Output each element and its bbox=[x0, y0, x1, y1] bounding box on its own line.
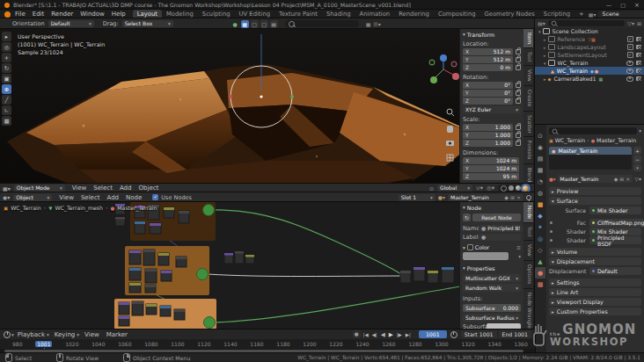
settings-panel-header[interactable]: ▸Settings bbox=[549, 279, 641, 286]
material-browse-icon[interactable]: ●▾ bbox=[438, 194, 445, 200]
node-cluster-mid[interactable] bbox=[224, 251, 254, 264]
output-properties-tab[interactable]: ▤ bbox=[535, 153, 545, 164]
exclude-checkbox[interactable]: ✓ bbox=[627, 44, 633, 50]
current-frame-badge[interactable]: 1001 bbox=[35, 341, 52, 347]
scale-tool[interactable]: ▣ bbox=[2, 74, 11, 83]
fac-field[interactable]: CliffHeatMap.png bbox=[589, 219, 644, 227]
subsurface-color-field[interactable] bbox=[487, 323, 521, 329]
material-slot-row[interactable]: ● Master_Terrain bbox=[549, 147, 632, 155]
orientation-dropdown-global[interactable]: Global▾ bbox=[437, 185, 472, 192]
maximize-button[interactable]: □ bbox=[616, 2, 630, 9]
close-button[interactable]: × bbox=[630, 2, 644, 9]
camera-view-icon[interactable] bbox=[446, 141, 454, 146]
current-frame-field[interactable]: 1001 bbox=[419, 330, 447, 338]
hide-in-viewport-icon[interactable] bbox=[626, 61, 633, 66]
sidebar-tab-foresta[interactable]: Foresta bbox=[523, 137, 533, 163]
subsurface-slider[interactable]: Subsurface0.000 bbox=[463, 304, 521, 312]
drag-dropdown[interactable]: Select Box▾ bbox=[122, 20, 173, 27]
unlink-material-icon[interactable]: × bbox=[626, 176, 630, 183]
reset-node-button[interactable]: Reset Node bbox=[472, 214, 521, 221]
menu-file[interactable]: File bbox=[15, 11, 26, 18]
workspace-tab-rendering[interactable]: Rendering bbox=[394, 10, 434, 18]
material-shading-icon[interactable] bbox=[516, 185, 521, 191]
lock-icon[interactable] bbox=[516, 133, 521, 138]
expand-icon[interactable]: ▸ bbox=[544, 37, 546, 42]
unlink-material-icon[interactable]: × bbox=[516, 194, 521, 201]
add-slot-button[interactable]: + bbox=[633, 147, 641, 155]
sss-method-dropdown[interactable]: Random Walk▾ bbox=[463, 284, 521, 292]
outliner-row-reference[interactable]: ▸ Reference ▽▦ ✓ bbox=[535, 35, 644, 43]
menu-edit[interactable]: Edit bbox=[33, 11, 45, 18]
outliner-row-settlementlayout[interactable]: ▸ SettlementLayout ✓ bbox=[535, 51, 644, 59]
properties-search-input[interactable] bbox=[549, 127, 637, 134]
subsurface-radius-dropdown[interactable]: Subsurface Radius▾ bbox=[463, 314, 521, 322]
properties-panel-header[interactable]: Properties bbox=[467, 265, 495, 272]
disable-in-render-icon[interactable] bbox=[636, 61, 641, 65]
mode-icon-3[interactable]: ▢ bbox=[251, 20, 259, 28]
scrollbar-thumb[interactable] bbox=[4, 350, 523, 352]
remove-slot-button[interactable]: − bbox=[633, 156, 641, 163]
hide-in-viewport-icon[interactable] bbox=[626, 69, 633, 74]
distribution-dropdown[interactable]: Multiscatter GGX▾ bbox=[463, 274, 521, 282]
world-properties-tab[interactable]: ◍ bbox=[535, 187, 545, 199]
sidebar-tab-item[interactable]: Item bbox=[523, 29, 533, 48]
sidebar-tab-tool[interactable]: Tool bbox=[523, 48, 533, 66]
lock-icon[interactable] bbox=[516, 141, 521, 146]
marker-menu[interactable]: Marker bbox=[106, 331, 128, 338]
node-label-field[interactable]: ● bbox=[479, 234, 521, 241]
workspace-tab-layout[interactable]: Layout bbox=[133, 10, 162, 18]
menu-help[interactable]: Help bbox=[112, 11, 126, 18]
shader-tab-node[interactable]: Node bbox=[523, 202, 533, 223]
displacement-field[interactable]: Default bbox=[589, 267, 641, 275]
data-properties-tab[interactable]: ▲ bbox=[535, 256, 545, 267]
dimensions-z-field[interactable]: Z95 m bbox=[463, 173, 519, 180]
workspace-tab-animation[interactable]: Animation bbox=[355, 10, 395, 18]
menu-render[interactable]: Render bbox=[51, 11, 73, 18]
refresh-icon[interactable]: ↻ bbox=[463, 214, 471, 221]
workspace-tab-scripting[interactable]: Scripting bbox=[539, 10, 574, 18]
location-y-field[interactable]: Y512 m bbox=[463, 56, 513, 63]
node-color-swatch[interactable] bbox=[463, 252, 509, 260]
transform-panel-header[interactable]: Transform bbox=[467, 32, 494, 38]
viewport-display-panel-header[interactable]: ▸Viewport Display bbox=[549, 298, 641, 306]
scale-x-field[interactable]: X1.000 bbox=[463, 124, 513, 131]
rotation-y-field[interactable]: Y0° bbox=[463, 90, 513, 97]
material-properties-tab[interactable]: ● bbox=[535, 267, 545, 279]
slot-specials-button[interactable]: ▾ bbox=[633, 164, 641, 171]
timeline-editor-icon[interactable] bbox=[4, 331, 11, 338]
timeline-view-menu[interactable]: View bbox=[84, 331, 99, 338]
shader-tab-tool[interactable]: Tool bbox=[523, 223, 533, 241]
workspace-tab-geometry-nodes[interactable]: Geometry Nodes bbox=[480, 10, 539, 18]
add-workspace-button[interactable]: + bbox=[574, 10, 589, 18]
blender-menu-icon[interactable] bbox=[4, 11, 11, 18]
outliner-display-mode-icon[interactable]: ▤▾ bbox=[538, 20, 545, 26]
workspace-tab-sculpting[interactable]: Sculpting bbox=[198, 10, 235, 18]
rotation-z-field[interactable]: Z0° bbox=[463, 98, 513, 105]
location-z-field[interactable]: Z0 m bbox=[463, 64, 513, 71]
browse-material-icon[interactable]: ●▾ bbox=[549, 177, 556, 182]
orientation-dropdown[interactable]: Default▾ bbox=[48, 20, 94, 27]
custom-properties-panel-header[interactable]: ▸Custom Properties bbox=[549, 308, 641, 315]
node-frame-terrain-mid[interactable] bbox=[125, 246, 209, 295]
displacement-panel-header[interactable]: ▾Displacement bbox=[549, 257, 641, 265]
scene-selector[interactable]: Scene bbox=[598, 11, 644, 18]
shader-tab-options[interactable]: Options bbox=[523, 261, 533, 288]
rotation-x-field[interactable]: X0° bbox=[463, 82, 513, 89]
sidebar-tab-view[interactable]: View bbox=[523, 66, 533, 86]
mode-dropdown[interactable]: Object Mode▾ bbox=[14, 185, 65, 192]
surface-panel-header[interactable]: ▾Surface bbox=[549, 197, 641, 205]
timeline-ruler[interactable]: 980 1001 1020 1040 1060 1080 1100 1120 1… bbox=[12, 340, 528, 348]
node-graph-canvas[interactable] bbox=[0, 202, 460, 329]
rotation-mode-dropdown[interactable]: XYZ Euler▾ bbox=[463, 106, 521, 113]
expand-icon[interactable]: ▾ bbox=[538, 29, 541, 34]
tool-properties-tab[interactable]: ⊙ bbox=[535, 130, 545, 141]
lock-icon[interactable] bbox=[516, 83, 521, 88]
jump-to-end-button[interactable]: ▶| bbox=[405, 332, 412, 337]
use-nodes-checkbox[interactable]: ✓ Use Nodes bbox=[152, 194, 192, 201]
move-tool[interactable]: + bbox=[2, 53, 11, 62]
workspace-tab-texture-paint[interactable]: Texture Paint bbox=[274, 10, 322, 18]
lock-icon[interactable] bbox=[516, 57, 521, 62]
outliner-search-input[interactable] bbox=[548, 20, 626, 26]
mode-icon-1[interactable]: ● bbox=[231, 20, 239, 28]
rendered-shading-icon[interactable] bbox=[523, 185, 529, 192]
